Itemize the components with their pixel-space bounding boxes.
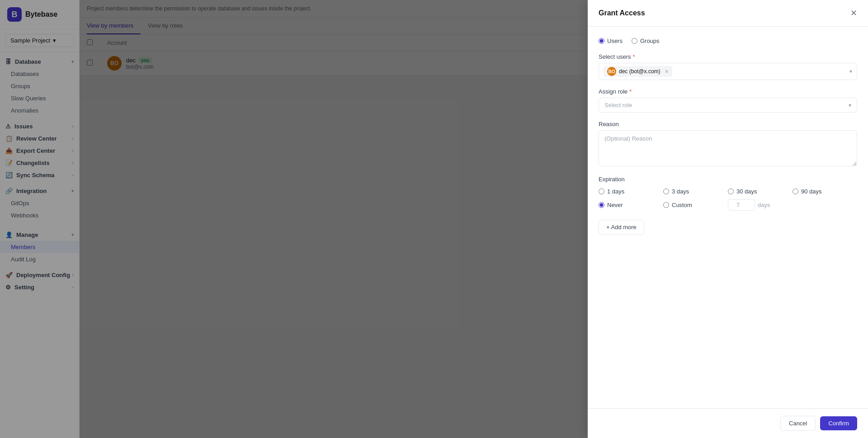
radio-groups-label[interactable]: Groups <box>632 38 660 44</box>
exp-custom-group: Custom <box>663 199 728 211</box>
modal-close-button[interactable]: ✕ <box>850 8 857 18</box>
expiration-field-group: Expiration 1 days 3 days 30 days <box>599 176 857 211</box>
assign-role-placeholder: Select role <box>604 102 632 108</box>
user-tag: BO dec (bot@x.com) × <box>604 66 672 77</box>
select-users-arrow-icon: ▾ <box>849 68 852 75</box>
confirm-button[interactable]: Confirm <box>820 416 857 430</box>
select-users-label: Select users * <box>599 53 857 60</box>
exp-never-label[interactable]: Never <box>599 199 663 211</box>
exp-never-text: Never <box>607 202 623 208</box>
exp-custom-radio[interactable] <box>663 202 669 208</box>
exp-1-days-radio[interactable] <box>599 188 604 194</box>
cancel-button[interactable]: Cancel <box>780 416 816 431</box>
select-users-input[interactable]: BO dec (bot@x.com) × ▾ <box>599 63 857 80</box>
select-users-field-group: Select users * BO dec (bot@x.com) × ▾ <box>599 53 857 80</box>
exp-custom-text: Custom <box>672 202 692 208</box>
reason-label: Reason <box>599 121 857 127</box>
exp-never-radio[interactable] <box>599 202 604 208</box>
exp-30-days-radio[interactable] <box>728 188 734 194</box>
modal-body: Users Groups Select users * BO dec (bot@… <box>588 27 868 408</box>
type-radio-group: Users Groups <box>599 38 857 44</box>
custom-days-group: days <box>728 199 857 211</box>
reason-textarea[interactable] <box>599 130 857 166</box>
exp-1-days-label[interactable]: 1 days <box>599 188 663 195</box>
radio-users-text: Users <box>607 38 623 44</box>
radio-users-label[interactable]: Users <box>599 38 623 44</box>
exp-90-days-text: 90 days <box>801 188 822 195</box>
grant-access-modal: Grant Access ✕ Users Groups Select users <box>588 0 868 438</box>
custom-days-label: days <box>758 202 770 208</box>
add-more-button[interactable]: + Add more <box>599 220 644 235</box>
modal-backdrop: Grant Access ✕ Users Groups Select users <box>0 0 868 438</box>
modal-header: Grant Access ✕ <box>588 0 868 27</box>
radio-groups[interactable] <box>632 38 637 44</box>
assign-role-required-star: * <box>629 88 632 95</box>
user-tag-remove-icon[interactable]: × <box>665 68 669 75</box>
exp-3-days-label[interactable]: 3 days <box>663 188 728 195</box>
expiration-label: Expiration <box>599 176 857 183</box>
radio-groups-text: Groups <box>640 38 660 44</box>
user-tag-avatar: BO <box>607 67 616 76</box>
custom-days-input[interactable] <box>728 199 755 211</box>
modal-title: Grant Access <box>599 9 645 17</box>
exp-custom-label[interactable]: Custom <box>663 202 692 208</box>
select-users-required-star: * <box>633 53 635 60</box>
assign-role-field-group: Assign role * Select role ▾ <box>599 88 857 113</box>
exp-30-days-label[interactable]: 30 days <box>728 188 793 195</box>
exp-1-days-text: 1 days <box>607 188 624 195</box>
assign-role-label: Assign role * <box>599 88 857 95</box>
expiration-options: 1 days 3 days 30 days 90 days <box>599 188 857 211</box>
reason-field-group: Reason <box>599 121 857 168</box>
assign-role-arrow-icon: ▾ <box>849 102 851 108</box>
modal-footer: Cancel Confirm <box>588 408 868 438</box>
user-tag-name: dec (bot@x.com) <box>619 68 660 75</box>
exp-90-days-label[interactable]: 90 days <box>793 188 857 195</box>
exp-3-days-radio[interactable] <box>663 188 669 194</box>
assign-role-select[interactable]: Select role ▾ <box>599 98 857 113</box>
exp-3-days-text: 3 days <box>672 188 689 195</box>
radio-users[interactable] <box>599 38 604 44</box>
exp-30-days-text: 30 days <box>736 188 757 195</box>
exp-90-days-radio[interactable] <box>793 188 798 194</box>
